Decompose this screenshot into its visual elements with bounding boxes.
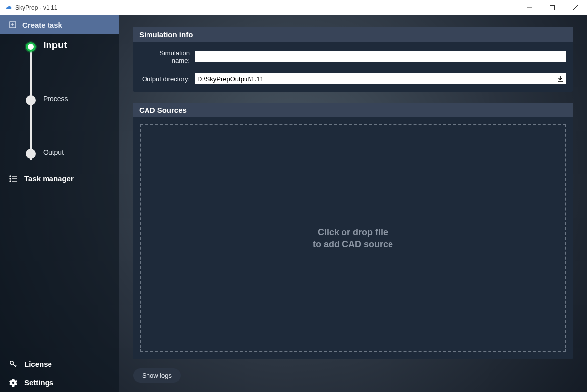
titlebar: SkyPrep - v1.11: [0, 0, 587, 15]
create-task-label: Create task: [22, 21, 62, 29]
output-directory-browse-button[interactable]: [555, 73, 566, 84]
close-button[interactable]: [564, 0, 587, 15]
svg-point-16: [12, 381, 14, 383]
settings-button[interactable]: Settings: [0, 373, 119, 392]
simulation-name-input[interactable]: [195, 51, 566, 62]
step-circle-icon: [26, 42, 36, 52]
main-content: Simulation info Simulation name: Output …: [119, 15, 587, 392]
step-output[interactable]: Output: [26, 145, 119, 167]
task-manager-button[interactable]: Task manager: [0, 170, 119, 188]
step-circle-icon: [26, 149, 36, 159]
window-controls: [518, 0, 587, 15]
task-manager-label: Task manager: [24, 174, 74, 183]
workflow-steps: Input Process Output: [0, 38, 119, 167]
step-process[interactable]: Process: [26, 91, 119, 145]
dropzone-text-line2: to add CAD source: [313, 238, 393, 250]
simulation-info-header: Simulation info: [133, 27, 573, 42]
sidebar: Create task Input Process Output: [0, 15, 119, 392]
create-task-button[interactable]: Create task: [0, 15, 119, 34]
step-label: Input: [43, 40, 67, 51]
cad-sources-header: CAD Sources: [133, 103, 573, 117]
svg-point-13: [10, 361, 13, 364]
settings-label: Settings: [24, 378, 53, 387]
svg-line-15: [15, 365, 16, 366]
simulation-name-label: Simulation name:: [140, 49, 195, 64]
step-label: Process: [43, 95, 68, 103]
license-button[interactable]: License: [0, 355, 119, 373]
output-directory-label: Output directory:: [140, 75, 195, 83]
simulation-name-row: Simulation name:: [140, 49, 566, 64]
output-directory-input[interactable]: [195, 73, 555, 84]
license-icon: [9, 360, 17, 368]
app-icon: [4, 4, 12, 12]
output-directory-row: Output directory:: [140, 73, 566, 84]
maximize-button[interactable]: [541, 0, 564, 15]
dropzone-text-line1: Click or drop file: [318, 226, 388, 238]
license-label: License: [24, 360, 52, 368]
svg-point-7: [10, 176, 11, 177]
svg-point-9: [10, 178, 11, 179]
svg-point-11: [10, 181, 11, 182]
show-logs-button[interactable]: Show logs: [133, 368, 181, 383]
settings-icon: [9, 379, 17, 387]
svg-rect-1: [550, 6, 555, 10]
step-label: Output: [43, 148, 64, 156]
simulation-info-panel: Simulation info Simulation name: Output …: [133, 27, 573, 92]
step-circle-icon: [26, 95, 36, 105]
app-body: Create task Input Process Output: [0, 15, 587, 392]
cad-dropzone[interactable]: Click or drop file to add CAD source: [140, 124, 566, 352]
task-manager-icon: [9, 175, 17, 182]
create-task-icon: [9, 21, 16, 28]
window-title: SkyPrep - v1.11: [15, 4, 57, 11]
minimize-button[interactable]: [518, 0, 541, 15]
cad-sources-panel: CAD Sources Click or drop file to add CA…: [133, 103, 573, 359]
step-input[interactable]: Input: [26, 38, 119, 91]
